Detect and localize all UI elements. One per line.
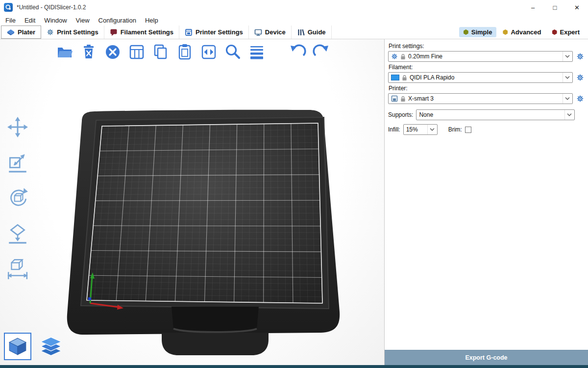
- undo-icon: [288, 43, 307, 61]
- plater-toolbar: [55, 42, 331, 62]
- search-button[interactable]: [223, 42, 243, 62]
- redo-icon: [312, 43, 331, 61]
- arrange-button[interactable]: [127, 42, 147, 62]
- copy-button[interactable]: [151, 42, 171, 62]
- gear-icon: [391, 53, 398, 60]
- lock-icon: [400, 96, 406, 102]
- tab-filament-settings[interactable]: Filament Settings: [104, 26, 179, 39]
- filament-value: QIDI PLA Rapido: [410, 74, 454, 81]
- chevron-down-icon: [563, 52, 570, 61]
- menu-configuration[interactable]: Configuration: [94, 17, 141, 24]
- printer-icon: [391, 95, 398, 102]
- chevron-down-icon: [564, 110, 572, 120]
- gear-icon: [576, 74, 584, 81]
- undo-button[interactable]: [288, 42, 307, 62]
- menu-file[interactable]: File: [1, 17, 20, 24]
- export-gcode-button[interactable]: Export G-code: [385, 350, 588, 365]
- guide-books-icon: [297, 28, 305, 36]
- app-logo-icon: [4, 3, 13, 12]
- mode-expert-dot-icon: [552, 29, 557, 35]
- menu-help[interactable]: Help: [141, 17, 163, 24]
- tab-bar: Plater Print Settings Filament Settings: [0, 26, 588, 39]
- paste-button[interactable]: [175, 42, 195, 62]
- monitor-icon: [254, 28, 262, 36]
- printer-label: Printer:: [389, 85, 585, 92]
- bed-handle: [162, 333, 269, 355]
- window-controls: – □ ✕: [522, 0, 588, 15]
- mode-expert[interactable]: Expert: [548, 27, 584, 37]
- mode-label: Simple: [471, 28, 492, 36]
- delete-button[interactable]: [79, 42, 98, 62]
- search-icon: [223, 43, 242, 61]
- place-on-face-button[interactable]: [3, 221, 32, 245]
- layers-icon: [39, 335, 63, 360]
- settings-sidebar: Print settings: 0.20mm: [385, 39, 588, 365]
- main-area: Print settings: 0.20mm: [0, 39, 588, 365]
- printer-value: X-smart 3: [408, 95, 434, 102]
- menu-view[interactable]: View: [72, 17, 94, 24]
- move-icon: [6, 116, 29, 138]
- split-button[interactable]: [199, 42, 219, 62]
- infill-combo[interactable]: 15%: [403, 124, 438, 135]
- filament-icon: [110, 28, 118, 36]
- brim-checkbox[interactable]: [465, 127, 471, 133]
- axes-indicator: [88, 272, 123, 310]
- mode-simple[interactable]: Simple: [459, 27, 497, 37]
- arrange-grid-icon: [127, 43, 146, 61]
- tab-label: Device: [265, 28, 286, 36]
- trash-icon: [79, 43, 98, 61]
- 3d-viewport[interactable]: [0, 39, 385, 365]
- tab-label: Guide: [308, 28, 326, 36]
- menu-edit[interactable]: Edit: [20, 17, 40, 24]
- redo-button[interactable]: [312, 42, 331, 62]
- scale-button[interactable]: [3, 151, 32, 174]
- mode-label: Advanced: [511, 28, 541, 36]
- gear-icon: [576, 95, 584, 103]
- minimize-button[interactable]: –: [522, 0, 544, 15]
- delete-all-button[interactable]: [103, 42, 122, 62]
- menu-window[interactable]: Window: [40, 17, 71, 24]
- open-button[interactable]: [55, 42, 74, 62]
- infill-label: Infill:: [388, 126, 400, 133]
- window-bottom-border: [0, 365, 588, 368]
- tab-guide[interactable]: Guide: [292, 26, 332, 39]
- supports-combo[interactable]: None: [416, 109, 575, 120]
- chevron-down-icon: [427, 125, 435, 134]
- bed-handle-recess: [172, 307, 259, 332]
- tab-label: Filament Settings: [121, 28, 173, 36]
- filament-gear-button[interactable]: [575, 74, 585, 81]
- rotate-button[interactable]: [3, 186, 32, 210]
- tab-label: Plater: [18, 28, 35, 36]
- printer-combo[interactable]: X-smart 3: [388, 93, 573, 104]
- measure-icon: [6, 257, 29, 280]
- filament-label: Filament:: [389, 64, 585, 71]
- close-button[interactable]: ✕: [566, 0, 588, 15]
- print-settings-combo[interactable]: 0.20mm Fine: [388, 51, 573, 62]
- paste-icon: [175, 43, 194, 61]
- variable-layer-height-button[interactable]: [247, 42, 267, 62]
- print-bed: [0, 39, 385, 365]
- tab-print-settings[interactable]: Print Settings: [41, 26, 104, 39]
- gear-icon: [47, 28, 54, 36]
- filament-color-swatch: [391, 75, 399, 80]
- printer-gear-button[interactable]: [575, 95, 585, 103]
- maximize-button[interactable]: □: [544, 0, 566, 15]
- mode-switcher: Simple Advanced Expert: [459, 26, 587, 39]
- cube-icon: [7, 336, 28, 357]
- gear-icon: [576, 53, 584, 60]
- view-layers-button[interactable]: [38, 335, 64, 360]
- supports-value: None: [419, 111, 433, 118]
- tab-plater[interactable]: Plater: [1, 26, 41, 39]
- print-settings-gear-button[interactable]: [575, 53, 585, 60]
- tab-printer-settings[interactable]: Printer Settings: [179, 26, 249, 39]
- supports-label: Supports:: [388, 111, 413, 118]
- mode-advanced[interactable]: Advanced: [498, 27, 545, 37]
- mode-label: Expert: [560, 28, 580, 36]
- measure-button[interactable]: [3, 257, 32, 280]
- infill-value: 15%: [406, 126, 418, 133]
- tab-device[interactable]: Device: [249, 26, 292, 39]
- move-button[interactable]: [3, 115, 32, 139]
- view-3d-button[interactable]: [4, 333, 31, 360]
- filament-combo[interactable]: QIDI PLA Rapido: [388, 72, 573, 83]
- title-bar: *Untitled - QIDISlicer-1.0.2 – □ ✕: [0, 0, 588, 15]
